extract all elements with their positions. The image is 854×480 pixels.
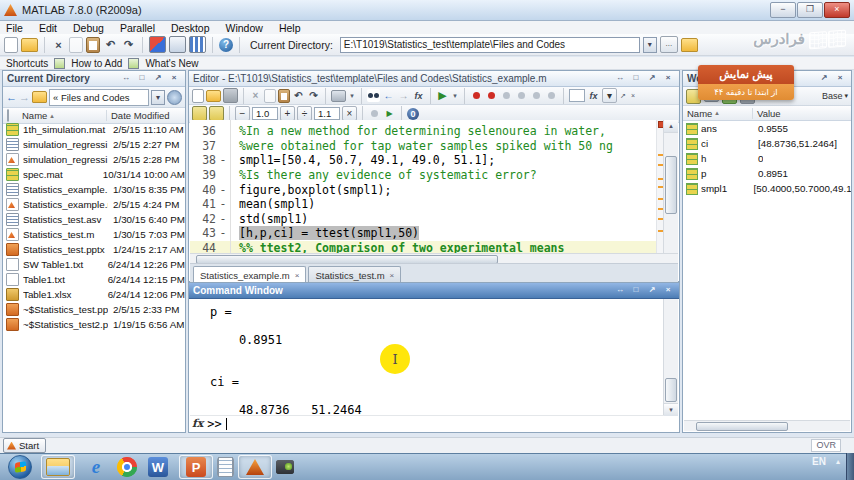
directory-path-dropdown[interactable]: ▾: [151, 90, 165, 105]
taskbar-item[interactable]: e: [79, 455, 113, 479]
close-icon[interactable]: ×: [629, 89, 637, 102]
divide-button[interactable]: ÷: [297, 106, 312, 121]
scrollbar-thumb[interactable]: [665, 378, 677, 402]
column-header-value[interactable]: Value: [753, 108, 851, 119]
current-directory-input[interactable]: E:\T1019\Statistics_test\template\Files …: [340, 37, 640, 53]
workspace-horizontal-scrollbar[interactable]: [684, 420, 850, 431]
maximize-icon[interactable]: □: [629, 72, 643, 85]
menu-item[interactable]: Help: [279, 22, 301, 34]
file-row[interactable]: simulation_regressi... 2/5/15 2:28 PM: [3, 152, 185, 167]
exit-debug-icon[interactable]: [545, 89, 558, 102]
language-indicator[interactable]: EN: [812, 456, 826, 467]
scrollbar-thumb[interactable]: [665, 156, 677, 214]
back-icon[interactable]: ←: [6, 91, 17, 103]
taskbar-item-matlab[interactable]: [238, 455, 272, 479]
profiler-icon[interactable]: [189, 36, 206, 53]
file-row[interactable]: Statistics_example.m 2/5/15 4:24 PM: [3, 197, 185, 212]
print-icon[interactable]: [331, 90, 346, 102]
code-line[interactable]: 39 %Is there any evidence of systematic …: [190, 168, 678, 183]
editor-tab[interactable]: Statistics_test.m ×: [308, 266, 401, 283]
paste-icon[interactable]: [86, 37, 100, 53]
tab-close-icon[interactable]: ×: [390, 271, 395, 280]
guide-icon[interactable]: [169, 36, 186, 53]
open-file-icon[interactable]: [206, 90, 221, 102]
help-icon[interactable]: ?: [219, 38, 233, 52]
save-icon[interactable]: [223, 88, 238, 103]
run-icon[interactable]: ▶: [436, 89, 449, 102]
stack-combo[interactable]: [569, 89, 585, 102]
undo-icon[interactable]: ↶: [292, 89, 305, 102]
current-directory-dropdown[interactable]: ▾: [643, 37, 657, 53]
new-file-icon[interactable]: [4, 37, 18, 53]
file-row[interactable]: spec.mat 10/31/14 10:00 AM: [3, 167, 185, 182]
close-icon[interactable]: ×: [661, 284, 675, 297]
close-button[interactable]: ×: [824, 2, 850, 18]
step-in-icon[interactable]: [515, 89, 528, 102]
clear-breakpoints-icon[interactable]: [485, 89, 498, 102]
file-row[interactable]: ~$Statistics_test.pptx 2/5/15 2:33 PM: [3, 302, 185, 317]
show-desktop-button[interactable]: [846, 453, 854, 480]
cut-icon[interactable]: ×: [249, 89, 262, 102]
menu-item[interactable]: Desktop: [171, 22, 210, 34]
decrease-indent-button[interactable]: −: [235, 106, 250, 121]
file-row[interactable]: Statistics_test.pptx 1/24/15 2:17 AM: [3, 242, 185, 257]
variable-row[interactable]: ans 0.9555: [683, 121, 851, 136]
undock-icon[interactable]: ↗: [817, 72, 831, 85]
taskbar-item[interactable]: [217, 457, 234, 477]
minimize-button[interactable]: −: [770, 2, 796, 18]
taskbar-item[interactable]: [3, 455, 37, 479]
insert-cell-icon[interactable]: [192, 106, 207, 121]
shortcut-how-to-add[interactable]: How to Add: [71, 58, 122, 69]
undock-icon[interactable]: ↗: [645, 72, 659, 85]
new-file-icon[interactable]: [192, 89, 204, 103]
set-breakpoint-icon[interactable]: [470, 89, 483, 102]
variable-row[interactable]: smpl1 [50.4000,50.7000,49.1...: [683, 181, 851, 196]
command-prompt-row[interactable]: fx >>: [190, 415, 664, 431]
code-line[interactable]: 38 - smpl1=[50.4, 50.7, 49.1, 49.0, 51.1…: [190, 153, 678, 168]
dock-icon[interactable]: ↔: [613, 72, 627, 85]
code-editor[interactable]: 36 %In a new method for determining sele…: [190, 120, 678, 253]
go-back-icon[interactable]: ←: [382, 89, 395, 102]
taskbar-item-explorer[interactable]: [41, 455, 75, 479]
file-row[interactable]: 1th_simulation.mat 2/5/15 11:10 AM: [3, 122, 185, 137]
variable-row[interactable]: ci [48.8736,51.2464]: [683, 136, 851, 151]
tab-close-icon[interactable]: ×: [295, 271, 300, 280]
code-line[interactable]: 36 %In a new method for determining sele…: [190, 124, 678, 139]
gear-icon[interactable]: [167, 90, 182, 105]
simulink-icon[interactable]: [149, 36, 166, 53]
file-row[interactable]: Statistics_test.asv 1/30/15 6:40 PM: [3, 212, 185, 227]
taskbar-item[interactable]: [276, 460, 294, 474]
code-line[interactable]: 40 - figure,boxplot(smpl1);: [190, 182, 678, 197]
browse-folder-button[interactable]: ...: [660, 36, 678, 53]
fx-icon[interactable]: fx: [587, 89, 600, 102]
undock-icon[interactable]: ↗: [151, 72, 165, 85]
dock-icon[interactable]: ↔: [119, 72, 133, 85]
menu-item[interactable]: Debug: [73, 22, 104, 34]
stack-dropdown[interactable]: ▾: [602, 88, 617, 103]
close-icon[interactable]: ×: [833, 72, 847, 85]
menu-item[interactable]: Window: [226, 22, 263, 34]
shortcut-whats-new[interactable]: What's New: [145, 58, 198, 69]
column-header-name[interactable]: Name ▴: [21, 110, 107, 121]
menu-item[interactable]: Edit: [39, 22, 57, 34]
column-header-name[interactable]: Name ▴: [683, 108, 753, 119]
restore-button[interactable]: ❐: [797, 2, 823, 18]
file-row[interactable]: simulation_regressi... 2/5/15 2:27 PM: [3, 137, 185, 152]
cut-icon[interactable]: ×: [51, 37, 66, 52]
step-icon[interactable]: [500, 89, 513, 102]
code-line[interactable]: 42 - std(smpl1): [190, 212, 678, 227]
evaluate-cell-advance-icon[interactable]: ▶: [383, 107, 396, 120]
scroll-down-icon[interactable]: ▾: [664, 403, 678, 416]
code-line[interactable]: 44 %% ttest2, Comparison of two experime…: [190, 241, 678, 253]
forward-icon[interactable]: →: [19, 91, 30, 103]
find-icon[interactable]: [367, 89, 380, 102]
run-dropdown-icon[interactable]: ▾: [451, 89, 459, 102]
cell-value-right[interactable]: 1.1: [314, 107, 340, 120]
maximize-icon[interactable]: □: [135, 72, 149, 85]
copy-icon[interactable]: [69, 37, 83, 53]
command-window-output[interactable]: p = 0.8951ci = 48.8736 51.2464: [190, 299, 664, 416]
variable-row[interactable]: p 0.8951: [683, 166, 851, 181]
close-icon[interactable]: ×: [167, 72, 181, 85]
up-one-level-icon[interactable]: [681, 38, 698, 52]
open-file-icon[interactable]: [21, 38, 38, 52]
